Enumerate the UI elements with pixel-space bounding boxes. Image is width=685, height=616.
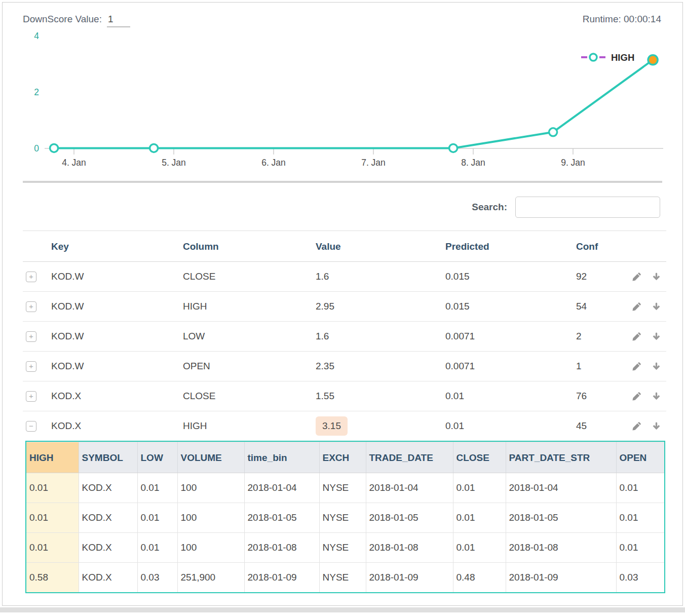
detail-header-low: LOW [137, 442, 177, 473]
horizontal-scrollbar[interactable] [0, 607, 685, 612]
detail-cell: 0.01 [137, 503, 177, 533]
predicted-cell: 0.0071 [442, 322, 573, 352]
table-row: +KOD.WCLOSE1.60.01592 [23, 262, 666, 292]
svg-text:4: 4 [34, 31, 39, 41]
download-row-button[interactable] [652, 362, 661, 371]
svg-text:0: 0 [34, 143, 39, 153]
conf-cell: 2 [573, 322, 624, 352]
download-row-button[interactable] [652, 421, 661, 431]
detail-cell: KOD.X [79, 533, 137, 563]
detail-cell: 2018-01-04 [366, 473, 453, 503]
predicted-cell: 0.01 [442, 411, 573, 441]
top-bar: DownScore Value: Runtime: 00:00:14 [3, 3, 682, 23]
detail-cell: 2018-01-09 [506, 563, 616, 593]
actions-cell [624, 411, 666, 441]
down-arrow-icon [652, 392, 661, 401]
col-header-actions [624, 231, 666, 262]
detail-cell: 0.01 [453, 533, 506, 563]
svg-text:2: 2 [34, 87, 39, 97]
search-input[interactable] [515, 197, 660, 218]
expand-row-button[interactable]: + [26, 331, 36, 342]
conf-cell: 1 [573, 352, 624, 381]
table-row: +KOD.WHIGH2.950.01554 [23, 292, 666, 322]
app-window: DownScore Value: Runtime: 00:00:14 4. Ja… [2, 2, 683, 606]
download-row-button[interactable] [652, 272, 661, 282]
svg-text:6. Jan: 6. Jan [261, 158, 286, 168]
actions-cell [624, 292, 666, 322]
predicted-cell: 0.0071 [442, 352, 573, 381]
column-cell: LOW [180, 322, 313, 352]
detail-cell: 100 [177, 473, 244, 503]
detail-cell: 0.01 [453, 473, 506, 503]
download-row-button[interactable] [652, 332, 661, 341]
svg-text:4. Jan: 4. Jan [62, 158, 86, 168]
detail-cell: 0.01 [26, 473, 79, 503]
detail-cell: 0.48 [453, 563, 506, 593]
detail-cell: 251,900 [177, 563, 244, 593]
expand-row-button[interactable]: + [26, 272, 36, 282]
detail-cell: 2018-01-04 [244, 473, 319, 503]
detail-cell: 0.01 [137, 473, 177, 503]
pencil-icon [632, 362, 641, 371]
svg-text:5. Jan: 5. Jan [162, 158, 186, 168]
results-table-area: Key Column Value Predicted Conf +KOD.WCL… [23, 230, 662, 593]
detail-cell: 0.01 [26, 533, 79, 563]
detail-cell: 100 [177, 533, 244, 563]
detail-header-high: HIGH [26, 442, 79, 473]
pencil-icon [632, 392, 641, 401]
table-row: +KOD.WOPEN2.350.00711 [23, 352, 666, 381]
results-header-row: Key Column Value Predicted Conf [23, 231, 666, 262]
edit-row-button[interactable] [632, 272, 641, 282]
detail-cell: 0.01 [453, 503, 506, 533]
svg-text:HIGH: HIGH [611, 52, 634, 63]
svg-text:7. Jan: 7. Jan [361, 158, 386, 168]
high-chart-container: 4. Jan5. Jan6. Jan7. Jan8. Jan9. Jan024H… [22, 23, 682, 175]
key-cell: KOD.X [48, 381, 180, 411]
pencil-icon [632, 302, 641, 312]
detail-cell: KOD.X [79, 473, 137, 503]
conf-cell: 92 [573, 262, 624, 292]
edit-row-button[interactable] [632, 302, 641, 312]
column-cell: CLOSE [180, 381, 313, 411]
column-cell: CLOSE [180, 262, 313, 292]
down-arrow-icon [652, 272, 661, 282]
detail-row: 0.01KOD.X0.011002018-01-08NYSE2018-01-08… [26, 533, 664, 563]
downscore-input[interactable] [107, 14, 130, 27]
value-cell: 2.35 [313, 352, 442, 381]
edit-row-button[interactable] [632, 392, 641, 401]
predicted-cell: 0.01 [442, 381, 573, 411]
expand-row-button[interactable]: + [26, 391, 36, 402]
detail-cell: 2018-01-05 [366, 503, 453, 533]
key-cell: KOD.X [48, 411, 180, 441]
detail-header-part_date_str: PART_DATE_STR [506, 442, 616, 473]
detail-cell: NYSE [319, 533, 366, 563]
detail-cell: 2018-01-05 [506, 503, 616, 533]
value-cell: 2.95 [313, 292, 442, 322]
expanded-detail-row: HIGHSYMBOLLOWVOLUMEtime_binEXCHTRADE_DAT… [23, 441, 666, 593]
detail-header-volume: VOLUME [177, 442, 244, 473]
edit-row-button[interactable] [632, 362, 641, 371]
download-row-button[interactable] [652, 392, 661, 401]
detail-cell: 2018-01-08 [506, 533, 616, 563]
down-arrow-icon [652, 332, 661, 341]
actions-cell [624, 322, 666, 352]
detail-cell: 0.03 [137, 563, 177, 593]
pencil-icon [632, 332, 641, 341]
detail-cell: 2018-01-05 [244, 503, 319, 533]
table-row: −KOD.XHIGH3.150.0145 [23, 411, 666, 441]
edit-row-button[interactable] [632, 421, 641, 431]
edit-row-button[interactable] [632, 332, 641, 341]
downscore-control: DownScore Value: [23, 14, 130, 27]
expand-row-button[interactable]: + [26, 301, 36, 312]
collapse-row-button[interactable]: − [26, 421, 36, 432]
svg-text:8. Jan: 8. Jan [461, 158, 485, 168]
col-header-predicted: Predicted [442, 231, 573, 262]
detail-cell: KOD.X [79, 503, 137, 533]
detail-cell: NYSE [319, 473, 366, 503]
col-header-conf: Conf [573, 231, 624, 262]
key-cell: KOD.W [48, 292, 180, 322]
table-row: +KOD.XCLOSE1.550.0176 [23, 381, 666, 411]
expand-row-button[interactable]: + [26, 361, 36, 372]
download-row-button[interactable] [652, 302, 661, 312]
results-table-body: +KOD.WCLOSE1.60.01592+KOD.WHIGH2.950.015… [23, 262, 666, 594]
